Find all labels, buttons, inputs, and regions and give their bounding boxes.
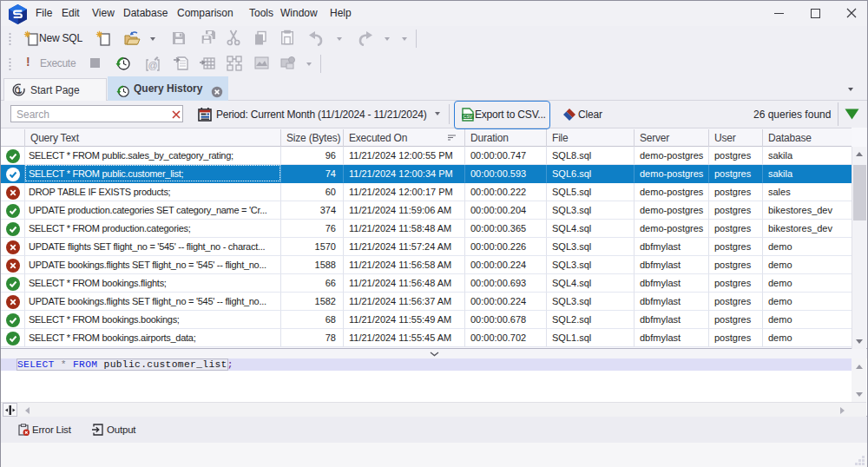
svg-text:1: 1 bbox=[17, 86, 22, 95]
svg-text:@: @ bbox=[148, 60, 157, 70]
